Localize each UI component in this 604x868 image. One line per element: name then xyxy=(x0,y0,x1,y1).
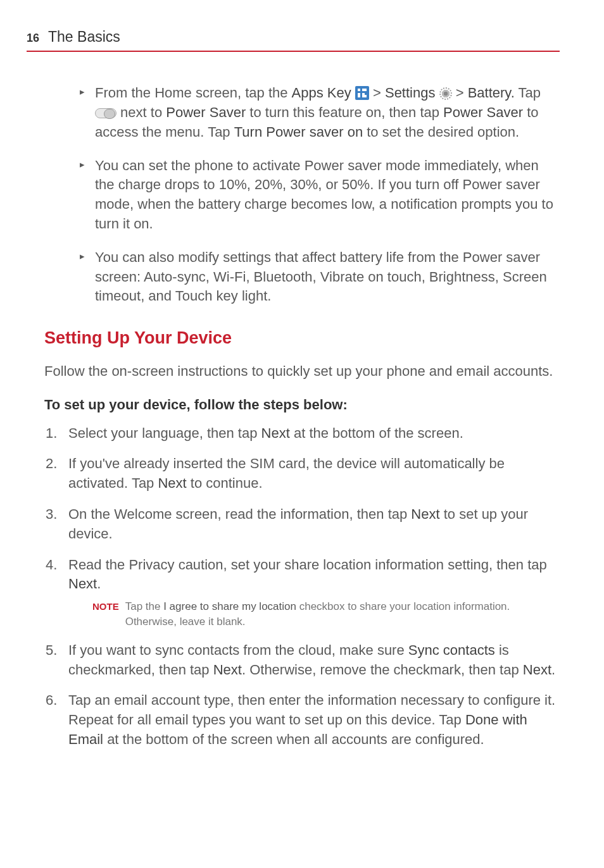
bold-text: Settings xyxy=(385,85,436,101)
step-item: If you've already inserted the SIM card,… xyxy=(44,454,560,493)
body-text: Tap xyxy=(515,85,541,101)
bold-text: Next xyxy=(158,475,186,491)
bold-text: Power Saver xyxy=(166,104,246,120)
body-text: . xyxy=(97,576,101,592)
step-item: Read the Privacy caution, set your share… xyxy=(44,555,560,629)
page-header: 16 The Basics xyxy=(27,27,560,52)
body-text: On the Welcome screen, read the informat… xyxy=(68,506,411,522)
step-item: If you want to sync contacts from the cl… xyxy=(44,641,560,680)
bold-text: I agree to share my location xyxy=(163,600,296,612)
toggle-icon xyxy=(95,108,116,118)
steps-list: Select your language, then tap Next at t… xyxy=(44,424,560,750)
note-body: Tap the I agree to share my location che… xyxy=(125,599,560,629)
bullet-item: From the Home screen, tap the Apps Key >… xyxy=(82,84,560,142)
bold-text: Sync contacts xyxy=(408,642,495,658)
body-text: Select your language, then tap xyxy=(68,425,261,441)
body-text: From the Home screen, tap the xyxy=(95,85,292,101)
bullet-list: From the Home screen, tap the Apps Key >… xyxy=(82,84,560,306)
bold-text: Apps Key xyxy=(292,85,351,101)
page-number: 16 xyxy=(27,30,39,46)
body-text: . Otherwise, remove the checkmark, then … xyxy=(242,662,523,678)
bold-text: Power Saver xyxy=(443,104,523,120)
bold-text: Turn Power saver on xyxy=(234,124,363,140)
body-text: Tap the xyxy=(125,600,164,612)
step-item: On the Welcome screen, read the informat… xyxy=(44,505,560,544)
settings-icon xyxy=(439,87,452,100)
body-text: You can also modify settings that affect… xyxy=(95,249,547,304)
step-item: Select your language, then tap Next at t… xyxy=(44,424,560,443)
body-text: > xyxy=(452,85,468,101)
body-text: > xyxy=(369,85,385,101)
subheading: To set up your device, follow the steps … xyxy=(44,395,560,415)
section-heading: Setting Up Your Device xyxy=(44,326,560,350)
bullet-item: You can also modify settings that affect… xyxy=(82,248,560,306)
body-text: You can set the phone to activate Power … xyxy=(95,158,553,232)
bold-text: Next xyxy=(523,662,551,678)
bold-text: Next xyxy=(411,506,439,522)
body-text: Follow the on-screen instructions to qui… xyxy=(44,362,560,381)
bold-text: Next xyxy=(68,576,97,592)
note-label: NOTE xyxy=(92,599,119,629)
body-text: to turn this feature on, then tap xyxy=(246,104,443,120)
bullet-item: You can set the phone to activate Power … xyxy=(82,156,560,234)
bold-text: Next xyxy=(213,662,242,678)
body-text: at the bottom of the screen when all acc… xyxy=(103,731,484,747)
apps-key-icon xyxy=(355,86,369,100)
body-text: Read the Privacy caution, set your share… xyxy=(68,557,547,573)
body-text: at the bottom of the screen. xyxy=(290,425,463,441)
body-text: next to xyxy=(116,104,166,120)
bold-text: Next xyxy=(261,425,290,441)
body-text: If you want to sync contacts from the cl… xyxy=(68,642,408,658)
body-text: If you've already inserted the SIM card,… xyxy=(68,456,505,491)
body-text: to continue. xyxy=(187,475,263,491)
body-text: to set the desired option. xyxy=(363,124,519,140)
bold-text: Battery. xyxy=(468,85,515,101)
note-block: NOTE Tap the I agree to share my locatio… xyxy=(92,599,560,629)
step-item: Tap an email account type, then enter th… xyxy=(44,691,560,749)
body-text: . xyxy=(551,662,555,678)
section-title: The Basics xyxy=(48,27,120,47)
